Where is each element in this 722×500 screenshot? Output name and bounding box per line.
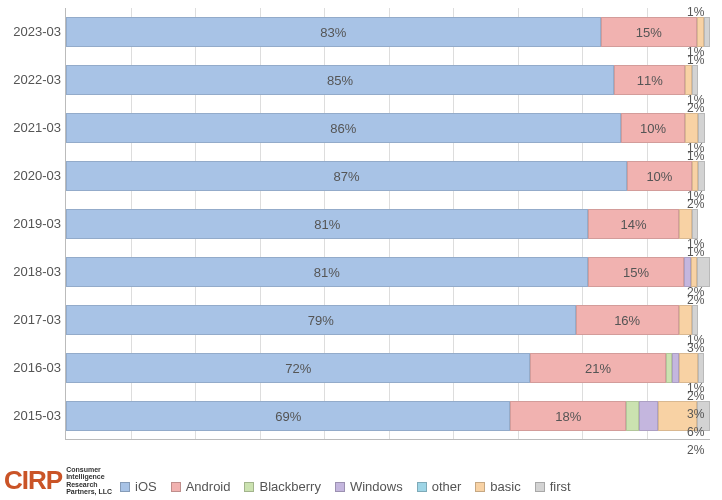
bar-segment: 14% [588,209,678,239]
y-axis-label: 2015-03 [6,401,61,431]
bar-row: 2016-0372%21% [66,353,710,383]
data-label: 2% [687,443,704,457]
bar-row: 2020-0387%10% [66,161,710,191]
bar-row: 2019-0381%14% [66,209,710,239]
legend-item: Windows [335,479,403,494]
legend-item: Blackberry [244,479,320,494]
bar-segment [679,353,698,383]
legend: iOSAndroidBlackberryWindowsotherbasicfir… [120,479,571,494]
legend-swatch [335,482,345,492]
bar-row: 2022-0385%11% [66,65,710,95]
cirp-subtitle: ConsumerIntelligenceResearchPartners, LL… [66,466,112,495]
bar-segment [698,161,704,191]
legend-item: first [535,479,571,494]
legend-label: iOS [135,479,157,494]
bar-segment [626,401,639,431]
bar-segment: 15% [588,257,685,287]
legend-item: Android [171,479,231,494]
bar-segment [697,257,710,287]
bar-segment: 85% [66,65,614,95]
bar-segment [679,305,692,335]
legend-swatch [244,482,254,492]
legend-swatch [535,482,545,492]
data-label: 2% [687,389,704,403]
bar-segment [692,209,698,239]
bar-segment: 10% [627,161,692,191]
bar-segment [692,305,698,335]
bar-segment [704,17,710,47]
bar-row: 2018-0381%15% [66,257,710,287]
legend-label: other [432,479,462,494]
bar-segment: 81% [66,209,588,239]
y-axis-label: 2022-03 [6,65,61,95]
bar-segment: 72% [66,353,530,383]
bar-segment: 10% [621,113,686,143]
y-axis-label: 2023-03 [6,17,61,47]
legend-item: other [417,479,462,494]
bar-row: 2023-0383%15% [66,17,710,47]
legend-label: Android [186,479,231,494]
legend-label: Windows [350,479,403,494]
legend-swatch [417,482,427,492]
bar-row: 2015-0369%18% [66,401,710,431]
data-label: 1% [687,53,704,67]
data-label: 3% [687,341,704,355]
data-label: 3% [687,407,704,421]
legend-item: iOS [120,479,157,494]
y-axis-label: 2019-03 [6,209,61,239]
y-axis-label: 2021-03 [6,113,61,143]
data-label: 1% [687,5,704,19]
bar-row: 2021-0386%10% [66,113,710,143]
bar-segment: 11% [614,65,685,95]
cirp-logo: CIRP [4,465,62,496]
legend-item: basic [475,479,520,494]
bar-segment: 15% [601,17,698,47]
legend-swatch [475,482,485,492]
bar-segment [698,113,704,143]
bar-row: 2017-0379%16% [66,305,710,335]
data-label: 1% [687,149,704,163]
bar-segment: 18% [510,401,626,431]
bar-segment [685,113,698,143]
bar-segment: 21% [530,353,665,383]
bar-segment: 86% [66,113,621,143]
bar-segment [639,401,658,431]
data-label: 2% [687,101,704,115]
bar-segment [692,65,698,95]
bar-segment [698,353,704,383]
legend-label: first [550,479,571,494]
chart-plot-area: 2023-0383%15%1%1%2022-0385%11%1%1%2021-0… [65,8,710,440]
bar-segment: 79% [66,305,576,335]
bar-segment: 81% [66,257,588,287]
y-axis-label: 2020-03 [6,161,61,191]
y-axis-label: 2018-03 [6,257,61,287]
bar-segment: 69% [66,401,510,431]
y-axis-label: 2016-03 [6,353,61,383]
data-label: 1% [687,245,704,259]
y-axis-label: 2017-03 [6,305,61,335]
data-label: 2% [687,197,704,211]
legend-swatch [120,482,130,492]
bar-segment [679,209,692,239]
legend-swatch [171,482,181,492]
attribution: CIRP ConsumerIntelligenceResearchPartner… [4,465,112,496]
bar-segment: 16% [576,305,679,335]
data-label: 2% [687,293,704,307]
legend-label: basic [490,479,520,494]
bar-segment: 87% [66,161,627,191]
data-label: 6% [687,425,704,439]
bar-segment: 83% [66,17,601,47]
legend-label: Blackberry [259,479,320,494]
